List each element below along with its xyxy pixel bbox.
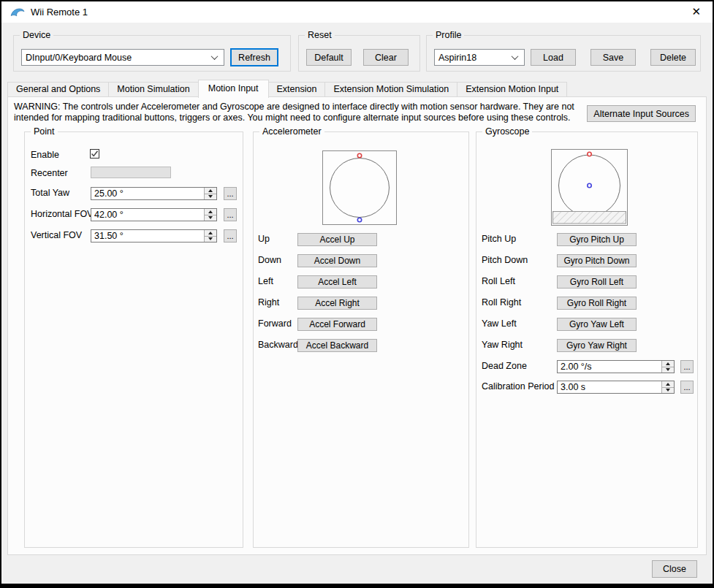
spin-down-button[interactable] xyxy=(205,194,216,200)
mapping-button[interactable]: Gyro Yaw Right xyxy=(557,339,637,352)
mapping-label: Backward xyxy=(258,340,298,350)
gyroscope-group-label: Gyroscope xyxy=(482,126,532,137)
mapping-button[interactable]: Accel Left xyxy=(297,275,377,289)
clear-button[interactable]: Clear xyxy=(363,49,409,66)
spin-down-icon xyxy=(666,368,670,371)
vertical-fov-field[interactable]: 31.50 ° xyxy=(91,229,217,243)
gyroscope-group: Gyroscope xyxy=(476,131,698,548)
spin-up-button[interactable] xyxy=(205,188,216,194)
mapping-button[interactable]: Accel Right xyxy=(297,297,377,310)
spin-up-icon xyxy=(666,383,670,386)
spin-up-button[interactable] xyxy=(662,381,674,387)
field-value: 2.00 °/s xyxy=(558,361,661,373)
blue-marker-icon xyxy=(588,183,591,187)
spin-up-button[interactable] xyxy=(205,209,216,215)
mapping-button[interactable]: Gyro Pitch Up xyxy=(557,233,637,246)
tab-general-and-options[interactable]: General and Options xyxy=(7,82,109,97)
mapping-button[interactable]: Accel Backward xyxy=(297,339,377,352)
field-label: Vertical FOV xyxy=(31,229,82,241)
more-options-button[interactable]: ... xyxy=(224,187,237,200)
calibration-period-field[interactable]: 3.00 s xyxy=(557,381,675,394)
default-button[interactable]: Default xyxy=(306,49,352,66)
mapping-button[interactable]: Gyro Roll Right xyxy=(557,297,637,310)
spin-up-icon xyxy=(666,362,670,365)
window-title: Wii Remote 1 xyxy=(31,7,88,18)
point-group: Point Enable Recenter Total Yaw 25.00 ° xyxy=(24,131,243,548)
accelerometer-group-label: Accelerometer xyxy=(259,126,324,137)
tab-extension-motion-simulation[interactable]: Extension Motion Simulation xyxy=(324,82,457,97)
total-yaw-field[interactable]: 25.00 ° xyxy=(91,187,217,200)
spin-down-button[interactable] xyxy=(662,367,674,373)
spinner xyxy=(204,209,216,221)
spin-down-button[interactable] xyxy=(662,387,674,394)
more-options-button[interactable]: ... xyxy=(680,381,694,394)
mapping-button[interactable]: Gyro Roll Left xyxy=(557,275,637,289)
mapping-label: Up xyxy=(258,234,270,244)
tab-motion-input[interactable]: Motion Input xyxy=(198,80,269,98)
horizontal-fov-field[interactable]: 42.00 ° xyxy=(91,208,217,221)
field-value: 31.50 ° xyxy=(91,230,204,242)
more-options-button[interactable]: ... xyxy=(224,208,237,221)
spin-down-button[interactable] xyxy=(205,215,216,221)
red-marker-icon xyxy=(357,153,361,157)
tab-bar: General and Options Motion Simulation Mo… xyxy=(7,79,566,97)
more-options-button[interactable]: ... xyxy=(224,229,237,243)
accelerometer-indicator xyxy=(322,150,397,227)
field-label: Horizontal FOV xyxy=(31,208,93,220)
refresh-button[interactable]: Refresh xyxy=(230,48,278,66)
dolphin-logo-icon xyxy=(10,7,25,18)
tab-extension[interactable]: Extension xyxy=(268,82,326,97)
mapping-label: Left xyxy=(258,276,273,286)
dead-zone-field[interactable]: 2.00 °/s xyxy=(557,360,675,373)
spin-up-button[interactable] xyxy=(205,230,216,236)
mapping-label: Roll Right xyxy=(482,297,521,308)
blue-marker-icon xyxy=(357,218,361,221)
close-button[interactable]: Close xyxy=(652,560,697,578)
spin-up-button[interactable] xyxy=(662,361,674,367)
load-button[interactable]: Load xyxy=(531,49,576,66)
mapping-button[interactable]: Accel Forward xyxy=(297,318,377,331)
mapping-button[interactable]: Accel Up xyxy=(297,233,377,246)
enable-checkbox[interactable] xyxy=(90,149,99,159)
spin-up-icon xyxy=(208,232,213,234)
spin-down-icon xyxy=(666,389,670,392)
profile-dropdown[interactable]: Aspirin18 xyxy=(434,49,525,66)
recenter-mapping-button[interactable] xyxy=(91,167,171,178)
motion-input-tab-panel: WARNING: The controls under Acceleromete… xyxy=(7,96,707,555)
warning-text: WARNING: The controls under Acceleromete… xyxy=(14,102,599,123)
spinner xyxy=(204,230,216,242)
mapping-button[interactable]: Gyro Pitch Down xyxy=(557,254,637,267)
mapping-button[interactable]: Gyro Yaw Left xyxy=(557,318,637,331)
spin-down-button[interactable] xyxy=(205,236,216,243)
field-value: 25.00 ° xyxy=(91,188,204,199)
more-options-button[interactable]: ... xyxy=(680,360,694,373)
spinner xyxy=(204,188,216,199)
spin-up-icon xyxy=(208,210,213,213)
mapping-label: Right xyxy=(258,297,279,308)
profile-buttons: Load Save Delete xyxy=(531,49,696,66)
red-marker-icon xyxy=(588,152,591,156)
profile-group-label: Profile xyxy=(433,30,464,40)
spin-down-icon xyxy=(208,195,213,198)
window-close-button[interactable]: ✕ xyxy=(691,4,701,19)
mapping-label: Pitch Down xyxy=(482,255,528,265)
device-group: Device DInput/0/Keyboard Mouse Refresh xyxy=(13,35,291,72)
calibration-zone-hatch xyxy=(553,212,626,224)
profile-dropdown-value: Aspirin18 xyxy=(438,53,476,63)
tab-motion-simulation[interactable]: Motion Simulation xyxy=(108,82,198,97)
tab-extension-motion-input[interactable]: Extension Motion Input xyxy=(457,82,567,97)
delete-button[interactable]: Delete xyxy=(650,49,696,66)
accelerometer-group: Accelerometer Up Accel Up xyxy=(253,131,469,548)
mapping-button[interactable]: Accel Down xyxy=(297,254,377,267)
titlebar: Wii Remote 1 ✕ xyxy=(1,1,713,23)
check-icon xyxy=(91,150,99,158)
field-label: Calibration Period xyxy=(482,381,554,392)
spin-up-icon xyxy=(208,189,213,192)
mapping-label: Down xyxy=(258,255,281,265)
field-value: 3.00 s xyxy=(558,381,661,393)
save-button[interactable]: Save xyxy=(590,49,636,66)
alternate-input-sources-button[interactable]: Alternate Input Sources xyxy=(587,105,696,122)
device-dropdown[interactable]: DInput/0/Keyboard Mouse xyxy=(21,49,224,66)
field-label: Dead Zone xyxy=(482,360,527,372)
reset-group: Reset Default Clear xyxy=(298,35,420,72)
